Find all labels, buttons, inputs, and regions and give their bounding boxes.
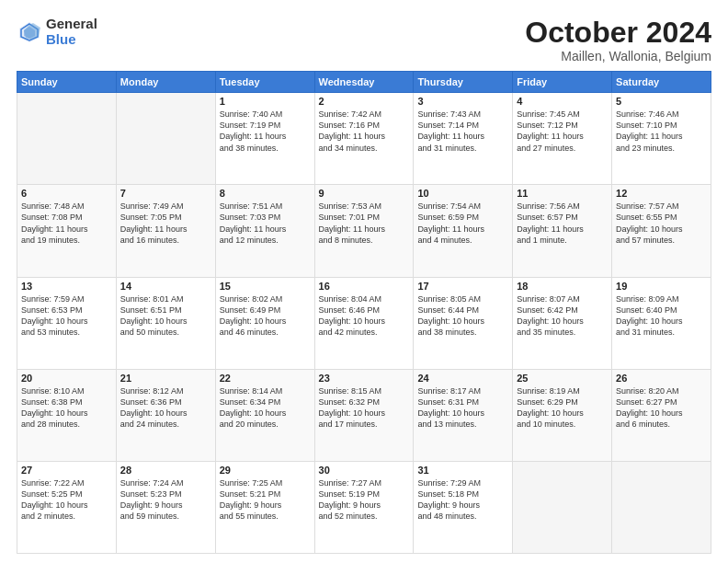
- day-number: 14: [120, 281, 211, 292]
- day-info: Sunrise: 8:17 AM Sunset: 6:31 PM Dayligh…: [417, 385, 508, 431]
- calendar-cell: [17, 93, 117, 185]
- calendar-cell: 25Sunrise: 8:19 AM Sunset: 6:29 PM Dayli…: [513, 369, 612, 461]
- day-info: Sunrise: 7:45 AM Sunset: 7:12 PM Dayligh…: [517, 109, 608, 154]
- calendar-cell: 4Sunrise: 7:45 AM Sunset: 7:12 PM Daylig…: [513, 93, 612, 185]
- calendar-week-3: 13Sunrise: 7:59 AM Sunset: 6:53 PM Dayli…: [17, 277, 711, 369]
- day-number: 12: [616, 188, 707, 199]
- col-saturday: Saturday: [612, 72, 711, 93]
- day-number: 25: [517, 373, 608, 384]
- calendar-cell: 23Sunrise: 8:15 AM Sunset: 6:32 PM Dayli…: [314, 369, 414, 461]
- day-number: 3: [417, 96, 508, 107]
- calendar-cell: 19Sunrise: 8:09 AM Sunset: 6:40 PM Dayli…: [612, 277, 711, 369]
- day-info: Sunrise: 8:01 AM Sunset: 6:51 PM Dayligh…: [120, 293, 211, 339]
- logo: General Blue: [17, 17, 97, 47]
- calendar-cell: 11Sunrise: 7:56 AM Sunset: 6:57 PM Dayli…: [513, 185, 612, 277]
- day-info: Sunrise: 7:54 AM Sunset: 6:59 PM Dayligh…: [417, 201, 508, 246]
- calendar-cell: 16Sunrise: 8:04 AM Sunset: 6:46 PM Dayli…: [314, 277, 414, 369]
- day-number: 6: [21, 188, 112, 199]
- day-info: Sunrise: 7:56 AM Sunset: 6:57 PM Dayligh…: [517, 201, 608, 246]
- day-info: Sunrise: 7:25 AM Sunset: 5:21 PM Dayligh…: [220, 477, 311, 523]
- calendar-subtitle: Maillen, Wallonia, Belgium: [525, 49, 711, 63]
- day-number: 10: [417, 188, 508, 199]
- col-friday: Friday: [513, 72, 612, 93]
- calendar-cell: 9Sunrise: 7:53 AM Sunset: 7:01 PM Daylig…: [314, 185, 414, 277]
- calendar-cell: 28Sunrise: 7:24 AM Sunset: 5:23 PM Dayli…: [116, 461, 215, 553]
- calendar-cell: 21Sunrise: 8:12 AM Sunset: 6:36 PM Dayli…: [116, 369, 215, 461]
- calendar-cell: [513, 461, 612, 553]
- day-number: 26: [616, 373, 707, 384]
- day-number: 1: [220, 96, 311, 107]
- calendar-cell: 24Sunrise: 8:17 AM Sunset: 6:31 PM Dayli…: [414, 369, 513, 461]
- day-number: 31: [417, 465, 508, 476]
- day-info: Sunrise: 8:14 AM Sunset: 6:34 PM Dayligh…: [220, 385, 311, 431]
- header-row: Sunday Monday Tuesday Wednesday Thursday…: [17, 72, 711, 93]
- col-monday: Monday: [116, 72, 215, 93]
- calendar-cell: 12Sunrise: 7:57 AM Sunset: 6:55 PM Dayli…: [612, 185, 711, 277]
- calendar-cell: 27Sunrise: 7:22 AM Sunset: 5:25 PM Dayli…: [17, 461, 117, 553]
- day-info: Sunrise: 7:53 AM Sunset: 7:01 PM Dayligh…: [319, 201, 410, 246]
- day-info: Sunrise: 7:22 AM Sunset: 5:25 PM Dayligh…: [21, 477, 112, 523]
- calendar-week-1: 1Sunrise: 7:40 AM Sunset: 7:19 PM Daylig…: [17, 93, 711, 185]
- calendar-cell: 31Sunrise: 7:29 AM Sunset: 5:18 PM Dayli…: [414, 461, 513, 553]
- logo-blue-text: Blue: [46, 32, 97, 48]
- day-info: Sunrise: 7:51 AM Sunset: 7:03 PM Dayligh…: [220, 201, 311, 246]
- calendar-cell: [116, 93, 215, 185]
- day-info: Sunrise: 7:48 AM Sunset: 7:08 PM Dayligh…: [21, 201, 112, 246]
- day-number: 27: [21, 465, 112, 476]
- day-number: 8: [220, 188, 311, 199]
- calendar-cell: 2Sunrise: 7:42 AM Sunset: 7:16 PM Daylig…: [314, 93, 414, 185]
- day-number: 28: [120, 465, 211, 476]
- calendar-table: Sunday Monday Tuesday Wednesday Thursday…: [17, 71, 711, 554]
- day-number: 9: [319, 188, 410, 199]
- calendar-cell: 17Sunrise: 8:05 AM Sunset: 6:44 PM Dayli…: [414, 277, 513, 369]
- day-number: 15: [220, 281, 311, 292]
- day-info: Sunrise: 7:42 AM Sunset: 7:16 PM Dayligh…: [319, 109, 410, 154]
- calendar-cell: 8Sunrise: 7:51 AM Sunset: 7:03 PM Daylig…: [215, 185, 314, 277]
- calendar-cell: [612, 461, 711, 553]
- calendar-title: October 2024: [525, 17, 711, 49]
- day-info: Sunrise: 8:04 AM Sunset: 6:46 PM Dayligh…: [319, 293, 410, 339]
- day-info: Sunrise: 8:02 AM Sunset: 6:49 PM Dayligh…: [220, 293, 311, 339]
- day-info: Sunrise: 7:24 AM Sunset: 5:23 PM Dayligh…: [120, 477, 211, 523]
- day-info: Sunrise: 8:15 AM Sunset: 6:32 PM Dayligh…: [319, 385, 410, 431]
- calendar-week-5: 27Sunrise: 7:22 AM Sunset: 5:25 PM Dayli…: [17, 461, 711, 553]
- day-number: 2: [319, 96, 410, 107]
- calendar-cell: 26Sunrise: 8:20 AM Sunset: 6:27 PM Dayli…: [612, 369, 711, 461]
- day-info: Sunrise: 7:57 AM Sunset: 6:55 PM Dayligh…: [616, 201, 707, 246]
- day-info: Sunrise: 8:10 AM Sunset: 6:38 PM Dayligh…: [21, 385, 112, 431]
- day-info: Sunrise: 7:40 AM Sunset: 7:19 PM Dayligh…: [220, 109, 311, 154]
- calendar-cell: 14Sunrise: 8:01 AM Sunset: 6:51 PM Dayli…: [116, 277, 215, 369]
- logo-text: General Blue: [46, 17, 97, 47]
- calendar-cell: 15Sunrise: 8:02 AM Sunset: 6:49 PM Dayli…: [215, 277, 314, 369]
- day-number: 18: [517, 281, 608, 292]
- day-info: Sunrise: 8:20 AM Sunset: 6:27 PM Dayligh…: [616, 385, 707, 431]
- calendar-cell: 29Sunrise: 7:25 AM Sunset: 5:21 PM Dayli…: [215, 461, 314, 553]
- col-sunday: Sunday: [17, 72, 117, 93]
- day-number: 24: [417, 373, 508, 384]
- day-number: 19: [616, 281, 707, 292]
- day-number: 7: [120, 188, 211, 199]
- day-number: 11: [517, 188, 608, 199]
- logo-general-text: General: [46, 17, 97, 32]
- header: General Blue October 2024 Maillen, Wallo…: [17, 17, 711, 63]
- calendar-cell: 30Sunrise: 7:27 AM Sunset: 5:19 PM Dayli…: [314, 461, 414, 553]
- calendar-cell: 22Sunrise: 8:14 AM Sunset: 6:34 PM Dayli…: [215, 369, 314, 461]
- calendar-week-4: 20Sunrise: 8:10 AM Sunset: 6:38 PM Dayli…: [17, 369, 711, 461]
- calendar-cell: 6Sunrise: 7:48 AM Sunset: 7:08 PM Daylig…: [17, 185, 117, 277]
- day-info: Sunrise: 8:19 AM Sunset: 6:29 PM Dayligh…: [517, 385, 608, 431]
- day-number: 22: [220, 373, 311, 384]
- day-number: 30: [319, 465, 410, 476]
- day-info: Sunrise: 8:05 AM Sunset: 6:44 PM Dayligh…: [417, 293, 508, 339]
- day-info: Sunrise: 8:07 AM Sunset: 6:42 PM Dayligh…: [517, 293, 608, 339]
- day-number: 13: [21, 281, 112, 292]
- col-tuesday: Tuesday: [215, 72, 314, 93]
- day-info: Sunrise: 7:49 AM Sunset: 7:05 PM Dayligh…: [120, 201, 211, 246]
- calendar-cell: 3Sunrise: 7:43 AM Sunset: 7:14 PM Daylig…: [414, 93, 513, 185]
- title-block: October 2024 Maillen, Wallonia, Belgium: [525, 17, 711, 63]
- page: General Blue October 2024 Maillen, Wallo…: [0, 0, 728, 563]
- day-number: 16: [319, 281, 410, 292]
- day-number: 5: [616, 96, 707, 107]
- day-number: 29: [220, 465, 311, 476]
- day-number: 23: [319, 373, 410, 384]
- day-number: 20: [21, 373, 112, 384]
